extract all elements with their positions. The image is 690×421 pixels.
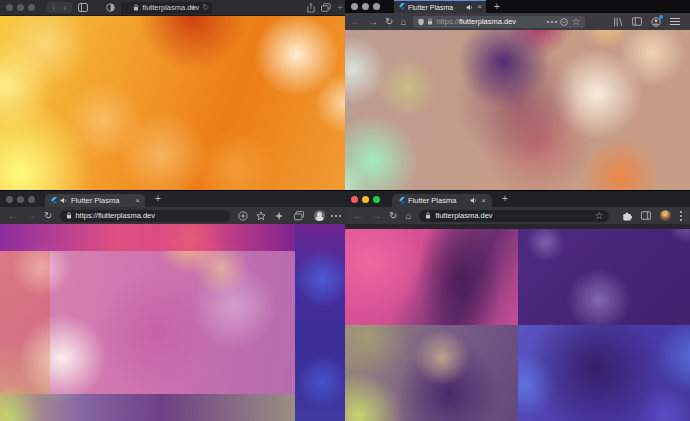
forward-button[interactable]: →	[26, 211, 36, 221]
tab-title: Flutter Plasma	[408, 196, 467, 205]
more-menu-icon[interactable]	[680, 215, 682, 217]
forward-button[interactable]: →	[368, 17, 378, 27]
extension-sparkle-icon[interactable]	[274, 211, 284, 221]
address-text: flutterplasma.dev	[435, 211, 492, 220]
zoom-window-button[interactable]	[28, 4, 35, 11]
plasma-viewport-pastel[interactable]	[345, 30, 690, 190]
window-safari: ‹ › flutterplasma.dev ↻	[0, 0, 345, 191]
chrome-navbar: ← → ↻ ⌂ flutterplasma.dev ☆	[345, 207, 690, 224]
flutter-favicon	[398, 3, 405, 11]
new-tab-button[interactable]: +	[502, 194, 508, 204]
tab-flutter-plasma[interactable]: Flutter Plasma ×	[45, 194, 145, 207]
plasma-viewport-orange[interactable]	[0, 16, 345, 190]
toolbar-right-icons	[622, 210, 682, 221]
tab-close-button[interactable]: ×	[481, 197, 486, 205]
sidebar-icon[interactable]	[632, 17, 642, 26]
nav-button-group: ‹ ›	[47, 2, 72, 13]
desktop-four-browsers: ‹ › flutterplasma.dev ↻	[0, 0, 690, 421]
menu-icon[interactable]	[670, 21, 680, 23]
address-text: https://flutterplasma.dev	[75, 211, 155, 220]
flutter-favicon	[50, 197, 57, 205]
zoom-circle-plus-icon[interactable]	[238, 211, 248, 221]
tracking-shield-icon[interactable]	[418, 18, 424, 26]
tab-flutter-plasma[interactable]: Flutter Plasma ×	[394, 0, 486, 13]
reload-button[interactable]: ↻	[385, 17, 393, 27]
pocket-icon[interactable]	[560, 18, 568, 26]
bookmark-star-icon[interactable]: ☆	[594, 211, 603, 221]
home-button[interactable]: ⌂	[400, 17, 406, 27]
share-icon[interactable]	[307, 3, 315, 13]
back-button[interactable]: ‹	[52, 3, 55, 13]
address-bar[interactable]: https://flutterplasma.dev ☆	[413, 16, 585, 28]
back-button[interactable]: ←	[353, 211, 363, 221]
audio-playing-icon[interactable]	[466, 4, 474, 11]
zoom-window-button[interactable]	[373, 196, 380, 203]
plasma-right-column	[295, 224, 345, 421]
account-icon[interactable]	[651, 17, 661, 27]
close-window-button[interactable]	[351, 3, 358, 10]
new-tab-button[interactable]: +	[337, 3, 343, 13]
minimize-window-button[interactable]	[362, 196, 369, 203]
collections-icon[interactable]	[294, 211, 304, 221]
tab-close-button[interactable]: ×	[135, 197, 140, 205]
more-menu-icon[interactable]	[335, 215, 337, 217]
plasma-left-column	[0, 251, 50, 395]
address-bar[interactable]: flutterplasma.dev ↻	[121, 2, 212, 14]
tabs-overview-icon[interactable]	[321, 3, 331, 12]
address-bar[interactable]: https://flutterplasma.dev	[60, 210, 230, 222]
account-notification-badge	[659, 15, 663, 19]
close-window-button[interactable]	[6, 196, 13, 203]
tab-close-button[interactable]: ×	[477, 3, 482, 11]
url-host: flutterplasma.dev	[459, 17, 516, 26]
zoom-window-button[interactable]	[28, 196, 35, 203]
library-icon[interactable]	[613, 17, 623, 27]
profile-avatar[interactable]	[314, 210, 325, 221]
minimize-window-button[interactable]	[17, 196, 24, 203]
window-chrome: Flutter Plasma × + ← → ↻ ⌂ flutterplasma…	[345, 191, 690, 421]
plasma-quadrant-olive	[345, 325, 518, 421]
traffic-lights[interactable]	[0, 4, 41, 11]
new-tab-button[interactable]: +	[494, 2, 500, 12]
back-button[interactable]: ←	[8, 211, 18, 221]
minimize-window-button[interactable]	[17, 4, 24, 11]
add-favorite-icon[interactable]	[256, 211, 266, 221]
privacy-shield-icon[interactable]	[106, 3, 115, 12]
new-tab-button[interactable]: +	[155, 194, 161, 204]
reload-button[interactable]: ↻	[389, 211, 397, 221]
firefox-navbar: ← → ↻ ⌂ https://flutterplasma.dev ☆	[345, 13, 690, 30]
firefox-tabbar: Flutter Plasma × +	[345, 0, 690, 13]
minimize-window-button[interactable]	[362, 3, 369, 10]
traffic-lights[interactable]	[345, 196, 386, 203]
plasma-bottom-band	[0, 394, 295, 421]
extensions-puzzle-icon[interactable]	[622, 211, 632, 221]
sidebar-icon[interactable]	[78, 3, 88, 12]
tab-flutter-plasma[interactable]: Flutter Plasma ×	[392, 194, 492, 207]
lock-icon[interactable]	[425, 212, 431, 219]
lock-icon[interactable]	[66, 212, 72, 219]
plasma-viewport-grid-purple[interactable]	[345, 224, 690, 421]
address-bar[interactable]: flutterplasma.dev ☆	[419, 210, 609, 222]
side-panel-icon[interactable]	[641, 211, 651, 220]
plasma-quadrant-pink	[345, 229, 518, 325]
reload-icon[interactable]: ↻	[202, 4, 209, 12]
window-firefox: Flutter Plasma × + ← → ↻ ⌂ https://flutt…	[345, 0, 690, 191]
back-button[interactable]: ←	[351, 17, 361, 27]
audio-playing-icon[interactable]	[470, 197, 478, 204]
forward-button[interactable]: →	[371, 211, 381, 221]
home-button[interactable]: ⌂	[405, 211, 411, 221]
close-window-button[interactable]	[6, 4, 13, 11]
tab-title: Flutter Plasma	[408, 4, 463, 11]
page-actions-icon[interactable]	[551, 21, 553, 23]
close-window-button[interactable]	[351, 196, 358, 203]
zoom-window-button[interactable]	[373, 3, 380, 10]
plasma-viewport-grid-pink[interactable]	[0, 224, 345, 421]
audio-icon[interactable]	[60, 197, 68, 204]
reload-button[interactable]: ↻	[44, 211, 52, 221]
profile-avatar[interactable]	[660, 210, 671, 221]
bookmark-star-icon[interactable]: ☆	[571, 17, 580, 27]
traffic-lights[interactable]	[345, 3, 386, 10]
lock-icon[interactable]	[427, 18, 433, 25]
audio-icon[interactable]	[190, 4, 198, 11]
traffic-lights[interactable]	[0, 196, 41, 203]
forward-button[interactable]: ›	[63, 3, 66, 13]
